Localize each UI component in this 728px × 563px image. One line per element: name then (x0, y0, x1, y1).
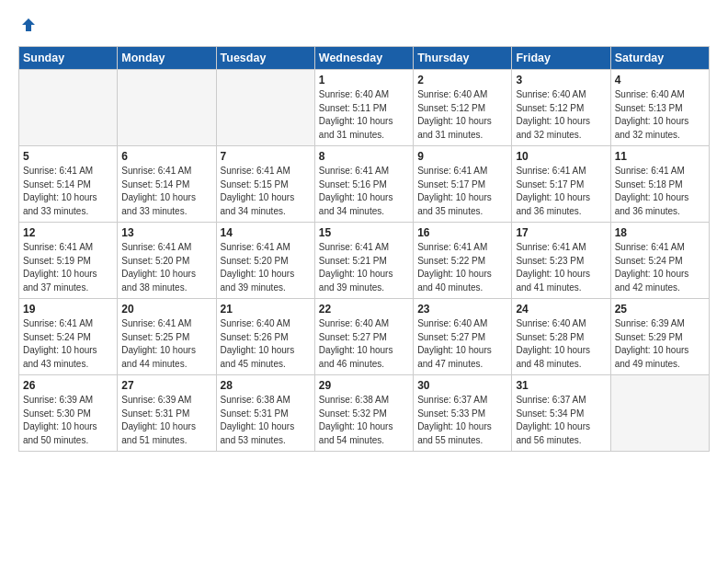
calendar-cell: 3Sunrise: 6:40 AMSunset: 5:12 PMDaylight… (512, 70, 610, 146)
calendar-cell: 1Sunrise: 6:40 AMSunset: 5:11 PMDaylight… (314, 70, 413, 146)
day-number: 22 (319, 303, 409, 316)
day-info: Sunrise: 6:39 AMSunset: 5:31 PMDaylight:… (121, 394, 211, 447)
day-number: 13 (121, 226, 211, 239)
day-number: 1 (319, 74, 409, 86)
day-number: 23 (417, 303, 507, 316)
calendar-cell: 4Sunrise: 6:40 AMSunset: 5:13 PMDaylight… (610, 70, 709, 146)
calendar-cell: 11Sunrise: 6:41 AMSunset: 5:18 PMDayligh… (610, 146, 709, 223)
calendar-cell: 17Sunrise: 6:41 AMSunset: 5:23 PMDayligh… (512, 223, 610, 299)
day-number: 11 (615, 150, 705, 163)
calendar-body: 1Sunrise: 6:40 AMSunset: 5:11 PMDaylight… (19, 70, 710, 452)
day-number: 5 (23, 150, 113, 163)
day-info: Sunrise: 6:37 AMSunset: 5:33 PMDaylight:… (417, 394, 507, 447)
calendar-cell: 14Sunrise: 6:41 AMSunset: 5:20 PMDayligh… (216, 223, 314, 299)
calendar-header: SundayMondayTuesdayWednesdayThursdayFrid… (19, 47, 710, 70)
logo (18, 17, 37, 35)
day-number: 28 (221, 379, 311, 392)
logo-icon (20, 17, 37, 33)
day-info: Sunrise: 6:40 AMSunset: 5:28 PMDaylight:… (516, 317, 606, 371)
day-number: 18 (615, 226, 705, 239)
day-info: Sunrise: 6:40 AMSunset: 5:12 PMDaylight:… (516, 88, 606, 142)
calendar-cell: 20Sunrise: 6:41 AMSunset: 5:25 PMDayligh… (118, 299, 216, 375)
calendar-cell (118, 70, 216, 146)
calendar-cell: 25Sunrise: 6:39 AMSunset: 5:29 PMDayligh… (610, 299, 709, 375)
day-info: Sunrise: 6:41 AMSunset: 5:14 PMDaylight:… (23, 165, 113, 218)
day-number: 2 (417, 74, 507, 86)
calendar-cell: 8Sunrise: 6:41 AMSunset: 5:16 PMDaylight… (314, 146, 413, 223)
day-info: Sunrise: 6:40 AMSunset: 5:26 PMDaylight:… (221, 317, 311, 371)
header (18, 17, 710, 35)
day-info: Sunrise: 6:41 AMSunset: 5:24 PMDaylight:… (23, 317, 113, 371)
calendar-cell: 2Sunrise: 6:40 AMSunset: 5:12 PMDaylight… (414, 70, 512, 146)
day-number: 3 (516, 74, 606, 86)
day-number: 12 (23, 226, 113, 239)
calendar-cell: 21Sunrise: 6:40 AMSunset: 5:26 PMDayligh… (216, 299, 314, 375)
calendar-cell: 10Sunrise: 6:41 AMSunset: 5:17 PMDayligh… (512, 146, 610, 223)
calendar-cell (216, 70, 314, 146)
day-number: 30 (417, 379, 507, 392)
page: SundayMondayTuesdayWednesdayThursdayFrid… (0, 0, 728, 468)
calendar-cell: 28Sunrise: 6:38 AMSunset: 5:31 PMDayligh… (216, 375, 314, 452)
calendar-week-5: 26Sunrise: 6:39 AMSunset: 5:30 PMDayligh… (19, 375, 710, 452)
day-number: 29 (319, 379, 409, 392)
day-number: 25 (615, 303, 705, 316)
calendar-cell: 24Sunrise: 6:40 AMSunset: 5:28 PMDayligh… (512, 299, 610, 375)
day-info: Sunrise: 6:38 AMSunset: 5:32 PMDaylight:… (319, 394, 409, 447)
calendar-week-4: 19Sunrise: 6:41 AMSunset: 5:24 PMDayligh… (19, 299, 710, 375)
day-info: Sunrise: 6:41 AMSunset: 5:18 PMDaylight:… (615, 165, 705, 218)
day-info: Sunrise: 6:41 AMSunset: 5:25 PMDaylight:… (121, 317, 211, 371)
day-number: 17 (516, 226, 606, 239)
day-info: Sunrise: 6:41 AMSunset: 5:14 PMDaylight:… (121, 165, 211, 218)
day-info: Sunrise: 6:41 AMSunset: 5:19 PMDaylight:… (23, 241, 113, 294)
day-number: 26 (23, 379, 113, 392)
weekday-header-tuesday: Tuesday (216, 47, 314, 70)
day-number: 6 (121, 150, 211, 163)
day-info: Sunrise: 6:41 AMSunset: 5:21 PMDaylight:… (319, 241, 409, 294)
day-info: Sunrise: 6:41 AMSunset: 5:17 PMDaylight:… (516, 165, 606, 218)
day-info: Sunrise: 6:40 AMSunset: 5:27 PMDaylight:… (417, 317, 507, 371)
day-info: Sunrise: 6:41 AMSunset: 5:17 PMDaylight:… (417, 165, 507, 218)
calendar-cell (19, 70, 118, 146)
day-number: 4 (615, 74, 705, 86)
weekday-header-row: SundayMondayTuesdayWednesdayThursdayFrid… (19, 47, 710, 70)
day-info: Sunrise: 6:41 AMSunset: 5:15 PMDaylight:… (221, 165, 311, 218)
calendar-week-3: 12Sunrise: 6:41 AMSunset: 5:19 PMDayligh… (19, 223, 710, 299)
calendar-cell: 16Sunrise: 6:41 AMSunset: 5:22 PMDayligh… (414, 223, 512, 299)
weekday-header-sunday: Sunday (19, 47, 118, 70)
weekday-header-wednesday: Wednesday (314, 47, 413, 70)
calendar-cell: 22Sunrise: 6:40 AMSunset: 5:27 PMDayligh… (314, 299, 413, 375)
day-info: Sunrise: 6:40 AMSunset: 5:27 PMDaylight:… (319, 317, 409, 371)
calendar-cell: 23Sunrise: 6:40 AMSunset: 5:27 PMDayligh… (414, 299, 512, 375)
calendar-week-2: 5Sunrise: 6:41 AMSunset: 5:14 PMDaylight… (19, 146, 710, 223)
calendar-week-1: 1Sunrise: 6:40 AMSunset: 5:11 PMDaylight… (19, 70, 710, 146)
day-info: Sunrise: 6:40 AMSunset: 5:13 PMDaylight:… (615, 88, 705, 142)
day-number: 15 (319, 226, 409, 239)
day-number: 24 (516, 303, 606, 316)
weekday-header-monday: Monday (118, 47, 216, 70)
weekday-header-saturday: Saturday (610, 47, 709, 70)
day-info: Sunrise: 6:41 AMSunset: 5:16 PMDaylight:… (319, 165, 409, 218)
calendar-cell: 13Sunrise: 6:41 AMSunset: 5:20 PMDayligh… (118, 223, 216, 299)
calendar-cell: 5Sunrise: 6:41 AMSunset: 5:14 PMDaylight… (19, 146, 118, 223)
calendar-cell: 18Sunrise: 6:41 AMSunset: 5:24 PMDayligh… (610, 223, 709, 299)
calendar-cell: 19Sunrise: 6:41 AMSunset: 5:24 PMDayligh… (19, 299, 118, 375)
day-info: Sunrise: 6:39 AMSunset: 5:30 PMDaylight:… (23, 394, 113, 447)
calendar-cell: 12Sunrise: 6:41 AMSunset: 5:19 PMDayligh… (19, 223, 118, 299)
day-number: 20 (121, 303, 211, 316)
calendar: SundayMondayTuesdayWednesdayThursdayFrid… (18, 46, 710, 452)
svg-marker-0 (22, 18, 35, 31)
day-number: 27 (121, 379, 211, 392)
day-number: 31 (516, 379, 606, 392)
calendar-cell (610, 375, 709, 452)
day-info: Sunrise: 6:41 AMSunset: 5:20 PMDaylight:… (121, 241, 211, 294)
day-number: 21 (221, 303, 311, 316)
day-number: 16 (417, 226, 507, 239)
day-info: Sunrise: 6:40 AMSunset: 5:12 PMDaylight:… (417, 88, 507, 142)
day-number: 8 (319, 150, 409, 163)
calendar-cell: 29Sunrise: 6:38 AMSunset: 5:32 PMDayligh… (314, 375, 413, 452)
day-info: Sunrise: 6:41 AMSunset: 5:20 PMDaylight:… (221, 241, 311, 294)
day-info: Sunrise: 6:39 AMSunset: 5:29 PMDaylight:… (615, 317, 705, 371)
day-info: Sunrise: 6:37 AMSunset: 5:34 PMDaylight:… (516, 394, 606, 447)
calendar-cell: 31Sunrise: 6:37 AMSunset: 5:34 PMDayligh… (512, 375, 610, 452)
calendar-cell: 9Sunrise: 6:41 AMSunset: 5:17 PMDaylight… (414, 146, 512, 223)
